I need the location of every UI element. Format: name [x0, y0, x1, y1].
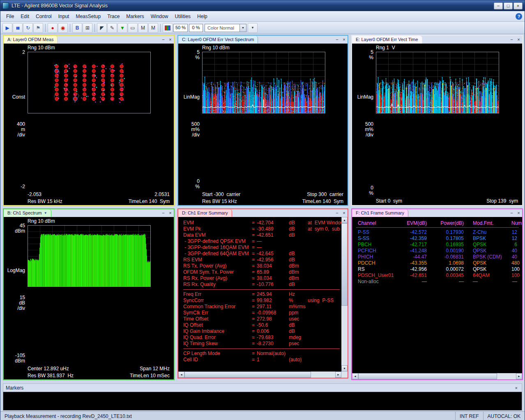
- panel-close-button[interactable]: ×: [341, 209, 348, 217]
- scrollbar-track[interactable]: [358, 373, 516, 379]
- band-marker-button[interactable]: ▭: [128, 23, 138, 33]
- y-axis-max-label: 45 dBm: [4, 223, 25, 234]
- arrow-right-icon: ►: [518, 375, 520, 378]
- color-mode-select[interactable]: Color Normal ▼: [205, 24, 246, 32]
- scrollbar-track[interactable]: [184, 372, 335, 378]
- panel-minimize-button[interactable]: −: [508, 209, 515, 217]
- res-bw-label: Res BW 15 kHz: [28, 198, 62, 204]
- menu-markers[interactable]: Markers: [123, 12, 147, 21]
- panel-frame-summary: F: Ch1 Frame Summary − × Channel EVM(dB)…: [351, 208, 523, 380]
- panel-tab-a[interactable]: A: Layer0 OFDM Meas: [4, 36, 58, 44]
- scroll-up-button[interactable]: ▲: [341, 217, 348, 223]
- markers-title: Markers: [6, 385, 23, 391]
- panel-minimize-button[interactable]: −: [334, 209, 341, 217]
- error-summary-row: SymClk Err=-0.09968ppm: [183, 310, 341, 316]
- display-colors-button[interactable]: [163, 23, 173, 33]
- panel-close-button[interactable]: ×: [167, 36, 174, 44]
- reference-status: INT REF: [455, 412, 483, 420]
- help-icon[interactable]: ?: [516, 13, 522, 20]
- panel-tab-f[interactable]: F: Ch1 Frame Summary: [352, 209, 408, 217]
- panel-ofdm-meas: A: Layer0 OFDM Meas − × Rng 10 dBm 2 Con…: [3, 35, 175, 206]
- play-button[interactable]: ▶: [2, 23, 12, 33]
- error-summary-row: RS Rx. Power (Avg)=38.034dBm: [183, 275, 341, 282]
- play-icon: ▶: [5, 25, 9, 31]
- x-axis-stop-label: 2.0531: [154, 192, 170, 197]
- pause-button[interactable]: ▮▮: [13, 23, 23, 33]
- annotation-button[interactable]: B: [72, 23, 82, 33]
- pointer-button[interactable]: ◤: [97, 23, 107, 33]
- minimize-button[interactable]: −: [494, 2, 503, 9]
- panel-close-button[interactable]: ×: [515, 209, 522, 217]
- restart-button[interactable]: ↻: [23, 23, 33, 33]
- scrollbar-thumb[interactable]: [341, 223, 348, 306]
- menu-utilities[interactable]: Utilities: [171, 12, 194, 21]
- color-mode-value: Color Normal: [205, 25, 239, 30]
- scroll-right-button[interactable]: ►: [516, 373, 522, 379]
- menu-meassetup[interactable]: MeasSetup: [72, 12, 104, 21]
- marker2-button[interactable]: M: [148, 23, 158, 33]
- panel-minimize-button[interactable]: −: [160, 209, 167, 217]
- constellation-canvas[interactable]: [28, 52, 151, 113]
- scroll-left-button[interactable]: ◄: [352, 373, 358, 379]
- menu-control[interactable]: Control: [32, 12, 55, 21]
- panel-tab-c[interactable]: C: Layer0 OFDM Err Vect Spectrum: [178, 36, 258, 44]
- panel-minimize-button[interactable]: −: [160, 36, 167, 44]
- frame-summary-hscrollbar[interactable]: ◄ ►: [352, 373, 522, 379]
- annotate-line-button[interactable]: ✎: [107, 23, 117, 33]
- peak-marker-button[interactable]: ▼: [117, 23, 127, 33]
- record-button[interactable]: ●: [48, 23, 58, 33]
- spectrum-canvas[interactable]: [28, 225, 151, 287]
- error-summary-row: IQ Quad. Error=-79.683mdeg: [183, 335, 341, 341]
- scrollbar-track[interactable]: [341, 223, 348, 365]
- menu-input[interactable]: Input: [55, 12, 73, 21]
- toolbar-overflow-button[interactable]: ▼: [248, 23, 258, 33]
- error-summary-row: EVM=-42.704dBat EVM Window: [183, 220, 341, 226]
- chevron-down-icon: ▼: [239, 24, 246, 32]
- panel-close-button[interactable]: ×: [341, 36, 348, 44]
- panel-tab-e[interactable]: E: Layer0 OFDM Err Vect Time: [352, 36, 422, 44]
- scroll-right-button[interactable]: ►: [335, 372, 341, 378]
- column-header-evm: EVM(dB): [399, 220, 427, 226]
- menu-trace[interactable]: Trace: [104, 12, 123, 21]
- error-summary-hscrollbar[interactable]: ◄ ►: [178, 372, 341, 378]
- close-button[interactable]: ×: [513, 2, 523, 9]
- markers-close-button[interactable]: ×: [513, 385, 519, 390]
- menu-edit[interactable]: Edit: [17, 12, 32, 21]
- panel-minimize-button[interactable]: −: [334, 36, 341, 44]
- menu-file[interactable]: File: [3, 12, 17, 21]
- panel-header: F: Ch1 Frame Summary − ×: [352, 209, 522, 217]
- frame-summary-row: PCFICH-41.2480.00190QPSK40: [352, 248, 522, 254]
- panel-tab-d[interactable]: D: Ch1 Error Summary: [178, 209, 232, 217]
- panel-close-button[interactable]: ×: [167, 209, 174, 217]
- maximize-button[interactable]: □: [504, 2, 513, 9]
- layout-button[interactable]: ⊞: [83, 23, 92, 33]
- playback-position-field[interactable]: 0 %: [189, 24, 203, 32]
- panel-tab-b[interactable]: B: Ch1 Spectrum ▼: [4, 209, 51, 217]
- marker1-button[interactable]: M: [138, 23, 148, 33]
- scroll-down-button[interactable]: ▼: [341, 365, 348, 372]
- panel-minimize-button[interactable]: −: [508, 36, 515, 44]
- error-time-canvas[interactable]: [376, 52, 499, 113]
- scroll-left-button[interactable]: ◄: [178, 372, 184, 378]
- error-summary-vscrollbar[interactable]: ▲ ▼: [341, 217, 348, 372]
- panel-err-vect-spectrum: C: Layer0 OFDM Err Vect Spectrum − × Rng…: [177, 35, 348, 206]
- application-window: LTE - Agilent 89600B Vector Signal Analy…: [0, 0, 525, 420]
- minimize-icon: −: [497, 3, 500, 8]
- autocal-status: AUTOCAL: OK: [483, 412, 525, 420]
- close-icon: ×: [169, 37, 171, 42]
- menu-window[interactable]: Window: [147, 12, 172, 21]
- y-axis-name-label: Const: [4, 95, 25, 100]
- panel-header: A: Layer0 OFDM Meas − ×: [4, 36, 174, 44]
- scrollbar-thumb[interactable]: [358, 373, 497, 379]
- error-spectrum-canvas[interactable]: [202, 52, 325, 113]
- scrollbar-thumb[interactable]: [184, 372, 311, 378]
- error-summary-row: IQ Timing Skew=-8.2730psec: [183, 341, 341, 347]
- separator-line: [183, 348, 340, 349]
- x-axis-stop-label: Stop 300 carrier: [307, 192, 343, 197]
- panel-close-button[interactable]: ×: [515, 36, 522, 44]
- flag-button[interactable]: ⚑: [33, 23, 43, 33]
- playback-speed-field[interactable]: 50 %: [173, 24, 188, 32]
- error-summary-row: Time Offset=272.98usec: [183, 316, 341, 322]
- menu-help[interactable]: Help: [194, 12, 211, 21]
- record-marker-button[interactable]: ◉: [58, 23, 68, 33]
